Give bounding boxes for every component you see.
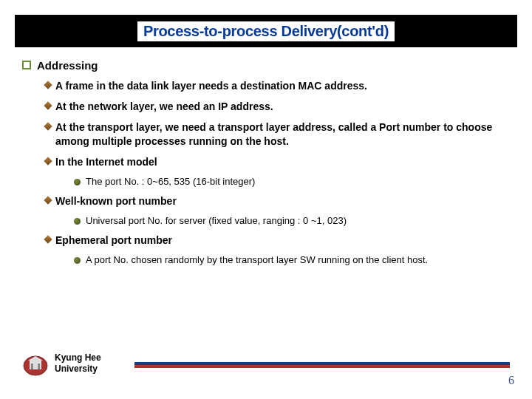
diamond-bullet-icon [44, 102, 52, 109]
university-logo-icon [22, 355, 49, 377]
slide-footer: Kyung Hee University 6 [22, 347, 517, 384]
bullet-text: Well-known port number [55, 194, 177, 208]
subbullet-text: The port No. : 0~65, 535 (16-bit integer… [86, 176, 255, 188]
bullet-text: In the Internet model [55, 155, 157, 168]
section-heading-row: Addressing [22, 59, 510, 72]
disc-bullet-icon [74, 179, 81, 185]
svg-rect-4 [38, 364, 40, 369]
bullet-text: At the transport layer, we need a transp… [55, 120, 510, 147]
slide-content: Addressing A frame in the data link laye… [22, 59, 510, 273]
subbullet-port-range: The port No. : 0~65, 535 (16-bit integer… [74, 176, 510, 188]
bullet-well-known: Well-known port number [44, 194, 510, 208]
subbullet-ephemeral-desc: A port No. chosen randomly by the transp… [74, 254, 510, 267]
subbullet-well-known-range: Universal port No. for server (fixed val… [74, 215, 510, 228]
page-number: 6 [508, 374, 514, 387]
disc-bullet-icon [74, 218, 81, 225]
slide-title: Process-to-process Delivery(cont'd) [137, 21, 395, 41]
section-heading: Addressing [37, 59, 98, 72]
square-bullet-icon [22, 61, 31, 69]
bullet-transport-port: At the transport layer, we need a transp… [44, 120, 510, 147]
title-bar: Process-to-process Delivery(cont'd) [15, 15, 517, 47]
subbullet-text: A port No. chosen randomly by the transp… [86, 254, 428, 267]
university-name-line2: University [55, 364, 98, 374]
footer-divider [134, 365, 510, 368]
svg-rect-3 [31, 364, 33, 369]
disc-bullet-icon [74, 257, 81, 264]
diamond-bullet-icon [44, 157, 52, 165]
diamond-bullet-icon [44, 81, 52, 89]
bullet-frame-mac: A frame in the data link layer needs a d… [44, 79, 510, 92]
bullet-text: Ephemeral port number [55, 233, 172, 247]
subbullet-text: Universal port No. for server (fixed val… [86, 215, 347, 228]
diamond-bullet-icon [44, 236, 52, 243]
diamond-bullet-icon [44, 123, 52, 130]
university-name-line1: Kyung Hee [55, 352, 101, 363]
bullet-text: A frame in the data link layer needs a d… [55, 79, 367, 92]
bullet-ephemeral: Ephemeral port number [44, 233, 510, 247]
bullet-internet-model: In the Internet model [44, 155, 510, 168]
bullet-network-ip: At the network layer, we need an IP addr… [44, 100, 510, 113]
diamond-bullet-icon [44, 197, 52, 204]
bullet-text: At the network layer, we need an IP addr… [55, 100, 273, 113]
university-name: Kyung Hee University [55, 352, 101, 374]
